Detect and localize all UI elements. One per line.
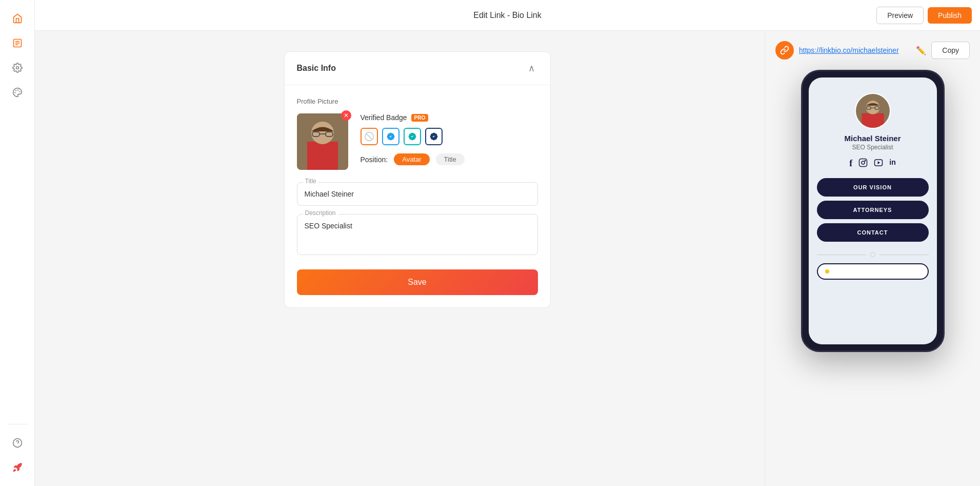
phone-social-icons: f in [849,158,895,170]
phone-divider [817,252,929,257]
editor-area: Basic Info ∧ Profile Picture [70,31,765,486]
badge-section: Verified Badge PRO [361,113,538,170]
url-bar: https://linkbio.co/michaelsteiner ✏️ Cop… [775,41,970,60]
save-button[interactable]: Save [297,269,538,295]
verified-badge-label: Verified Badge [361,113,407,122]
description-field: Description SEO Specialist [297,214,538,257]
badge-option-teal[interactable] [404,128,421,145]
phone-screen: Michael Steiner SEO Specialist f in OUR … [809,77,937,344]
title-input[interactable] [297,182,538,206]
svg-point-29 [865,160,866,161]
card-body: Profile Picture [285,85,550,307]
sidebar-item-help[interactable] [7,433,28,453]
verified-darkblue-icon [429,131,439,142]
verified-teal-icon [407,131,417,142]
no-badge-icon [364,131,374,142]
svg-line-19 [366,133,372,140]
phone-btn-our-vision[interactable]: OUR VISION [817,178,929,197]
svg-point-14 [311,122,334,144]
edit-url-icon[interactable]: ✏️ [916,46,926,55]
page-title: Edit Link - Bio Link [473,11,542,20]
phone-avatar [855,93,891,129]
sidebar-item-document[interactable] [7,33,28,53]
avatar-container: ✕ [297,113,348,170]
position-row: Position: Avatar Title [361,153,538,165]
linkedin-icon[interactable]: in [889,158,895,170]
sidebar-bottom [7,420,28,478]
profile-picture-label: Profile Picture [297,98,538,105]
title-field-label: Title [303,178,318,185]
phone-name: Michael Steiner [844,134,901,143]
link-svg-icon [780,46,789,55]
badge-option-blue[interactable] [382,128,399,145]
phone-input-bar [817,263,929,280]
link-icon [775,41,794,60]
basic-info-card: Basic Info ∧ Profile Picture [284,51,551,308]
position-label: Position: [361,155,388,164]
phone-subtitle: SEO Specialist [852,144,893,151]
sidebar-divider [7,424,28,424]
badge-option-dark-blue[interactable] [425,128,443,145]
avatar-svg [297,113,348,170]
description-field-label: Description [303,209,338,217]
publish-button[interactable]: Publish [928,7,972,24]
badge-options [361,128,538,145]
phone-avatar-svg [856,93,890,129]
description-textarea[interactable]: SEO Specialist [297,214,538,255]
youtube-icon[interactable] [874,158,883,170]
phone-mockup: Michael Steiner SEO Specialist f in OUR … [801,70,945,352]
svg-point-8 [15,92,15,93]
header: Edit Link - Bio Link Preview Publish [35,0,980,31]
position-title-button[interactable]: Title [436,153,465,165]
svg-point-6 [19,91,20,92]
preview-panel: https://linkbio.co/michaelsteiner ✏️ Cop… [765,31,980,486]
preview-button[interactable]: Preview [876,7,924,24]
header-actions: Preview Publish [876,7,972,24]
instagram-icon[interactable] [858,158,868,170]
card-header: Basic Info ∧ [285,52,550,85]
svg-rect-27 [859,159,867,167]
url-link[interactable]: https://linkbio.co/michaelsteiner [799,46,911,54]
sidebar-item-settings[interactable] [7,57,28,78]
sidebar [0,0,35,486]
main-content: Basic Info ∧ Profile Picture [70,31,980,486]
divider-line-right [879,255,929,255]
svg-point-28 [862,161,865,164]
verified-blue-icon [386,131,396,142]
position-avatar-button[interactable]: Avatar [394,153,429,165]
pro-badge: PRO [411,114,429,122]
svg-marker-31 [878,161,881,164]
svg-point-5 [17,90,18,90]
badge-option-none[interactable] [361,128,378,145]
svg-point-4 [16,67,18,69]
svg-rect-13 [307,142,338,170]
title-field: Title [297,182,538,206]
svg-rect-22 [862,113,884,128]
phone-btn-contact[interactable]: CONTACT [817,223,929,242]
sidebar-item-palette[interactable] [7,82,28,103]
avatar-image[interactable] [297,113,348,170]
sidebar-item-rocket[interactable] [7,457,28,478]
phone-btn-attorneys[interactable]: ATTORNEYS [817,201,929,219]
avatar-remove-button[interactable]: ✕ [341,110,351,121]
divider-dot [870,252,875,257]
phone-input-dot [825,269,829,274]
collapse-toggle[interactable]: ∧ [526,62,538,74]
divider-line-left [817,255,866,255]
copy-button[interactable]: Copy [931,42,970,59]
facebook-icon[interactable]: f [849,158,852,170]
svg-point-23 [866,101,879,114]
card-title: Basic Info [297,64,336,73]
sidebar-item-home[interactable] [7,8,28,29]
svg-point-7 [15,90,16,91]
badge-title-row: Verified Badge PRO [361,113,538,122]
profile-picture-row: ✕ Verified Badge PRO [297,113,538,170]
